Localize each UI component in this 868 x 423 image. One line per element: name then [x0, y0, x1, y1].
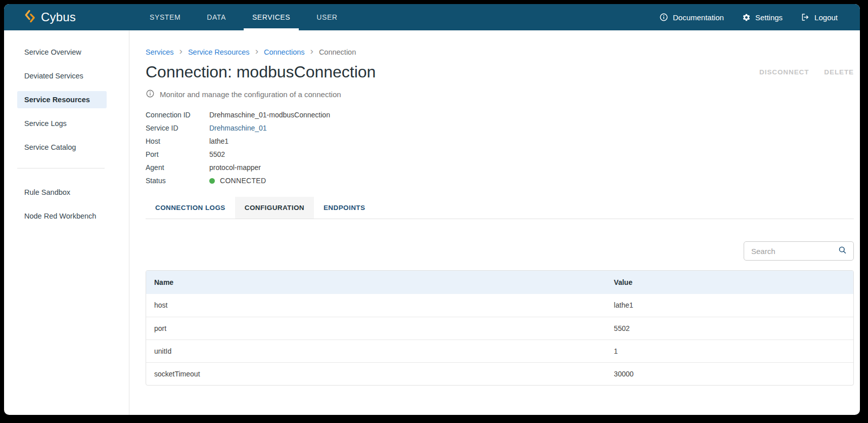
detail-value: 5502 [209, 150, 225, 158]
sidebar-item-node-red-workbench[interactable]: Node Red Workbench [17, 207, 107, 225]
detail-row-connection-id: Connection ID Drehmaschine_01-modbusConn… [146, 108, 854, 121]
detail-value: Drehmaschine_01-modbusConnection [209, 111, 330, 119]
detail-value: lathe1 [209, 137, 229, 145]
detail-row-agent: Agent protocol-mapper [146, 161, 854, 174]
cell-name: port [146, 317, 606, 340]
search-input[interactable] [751, 247, 838, 256]
column-header-value: Value [606, 271, 853, 294]
gear-icon [742, 13, 751, 22]
detail-label: Agent [146, 163, 209, 172]
settings-button[interactable]: Settings [742, 13, 783, 22]
tab-configuration[interactable]: CONFIGURATION [235, 197, 314, 219]
breadcrumb-link-services[interactable]: Services [146, 48, 174, 56]
logout-label: Logout [814, 13, 838, 22]
chevron-right-icon: › [179, 48, 182, 56]
tab-endpoints[interactable]: ENDPOINTS [314, 197, 375, 219]
connection-details: Connection ID Drehmaschine_01-modbusConn… [146, 108, 854, 187]
detail-row-service-id: Service ID Drehmaschine_01 [146, 121, 854, 135]
page-subtitle: Monitor and manage the configuration of … [146, 89, 854, 100]
detail-label: Status [146, 177, 209, 185]
search-button[interactable] [838, 245, 847, 257]
status-dot [209, 178, 215, 184]
detail-row-port: Port 5502 [146, 148, 854, 161]
status-badge: CONNECTED [209, 177, 266, 185]
main-nav: SYSTEM DATA SERVICES USER [136, 4, 351, 30]
detail-label: Host [146, 137, 209, 145]
documentation-label: Documentation [673, 13, 724, 22]
disconnect-button[interactable]: DISCONNECT [759, 68, 809, 76]
table-row: unitId 1 [146, 340, 853, 362]
top-navbar: Cybus SYSTEM DATA SERVICES USER Document… [4, 4, 860, 30]
page-subtitle-text: Monitor and manage the configuration of … [160, 90, 341, 99]
logout-icon [801, 13, 810, 22]
nav-tab-data[interactable]: DATA [194, 4, 239, 30]
info-icon [659, 13, 668, 22]
sidebar-item-deviated-services[interactable]: Deviated Services [17, 67, 107, 84]
detail-label: Service ID [146, 124, 209, 132]
search-box [744, 241, 854, 261]
logout-button[interactable]: Logout [801, 13, 838, 22]
breadcrumb-current: Connection [319, 48, 356, 56]
cell-name: socketTimeout [146, 362, 606, 385]
sidebar-item-service-overview[interactable]: Service Overview [17, 44, 107, 61]
page-actions: DISCONNECT DELETE [759, 68, 854, 76]
table-row: host lathe1 [146, 294, 853, 317]
cell-value: 5502 [606, 317, 853, 340]
info-icon [146, 89, 155, 100]
cell-value: 1 [606, 340, 853, 362]
column-header-name: Name [146, 271, 606, 294]
detail-label: Port [146, 150, 209, 158]
table-row: port 5502 [146, 317, 853, 340]
sidebar-item-service-resources[interactable]: Service Resources [17, 91, 107, 108]
status-text: CONNECTED [220, 177, 266, 185]
nav-tab-services[interactable]: SERVICES [239, 4, 303, 30]
sidebar-item-service-catalog[interactable]: Service Catalog [17, 139, 107, 156]
cell-value: 30000 [606, 362, 853, 385]
content-shell: Service Overview Deviated Services Servi… [4, 30, 860, 415]
detail-label: Connection ID [146, 111, 209, 119]
breadcrumb-link-connections[interactable]: Connections [264, 48, 305, 56]
sidebar-item-rule-sandbox[interactable]: Rule Sandbox [17, 184, 107, 201]
tab-connection-logs[interactable]: CONNECTION LOGS [146, 197, 235, 219]
sidebar: Service Overview Deviated Services Servi… [4, 30, 129, 415]
search-icon [838, 245, 847, 257]
detail-row-host: Host lathe1 [146, 135, 854, 148]
detail-row-status: Status CONNECTED [146, 174, 854, 187]
cell-name: unitId [146, 340, 606, 362]
cell-name: host [146, 294, 606, 317]
cybus-logo-icon [24, 10, 36, 25]
nav-tab-system[interactable]: SYSTEM [136, 4, 194, 30]
documentation-button[interactable]: Documentation [659, 13, 724, 22]
app-window: Cybus SYSTEM DATA SERVICES USER Document… [4, 4, 860, 415]
sidebar-item-service-logs[interactable]: Service Logs [17, 115, 107, 132]
brand-name: Cybus [41, 10, 76, 24]
table-toolbar [146, 241, 854, 261]
cell-value: lathe1 [606, 294, 853, 317]
page-header: Connection: modbusConnection DISCONNECT … [146, 63, 854, 81]
configuration-table: Name Value host lathe1 port 5502 [146, 270, 854, 386]
chevron-right-icon: › [255, 48, 258, 56]
nav-tab-user[interactable]: USER [303, 4, 350, 30]
sidebar-divider [17, 168, 105, 168]
brand-logo[interactable]: Cybus [24, 4, 76, 30]
detail-value: protocol-mapper [209, 163, 261, 172]
chevron-right-icon: › [310, 48, 313, 56]
breadcrumb-link-service-resources[interactable]: Service Resources [188, 48, 250, 56]
main-content: Services › Service Resources › Connectio… [129, 30, 860, 415]
navbar-actions: Documentation Settings L [659, 4, 838, 30]
breadcrumb: Services › Service Resources › Connectio… [146, 48, 854, 56]
delete-button[interactable]: DELETE [824, 68, 854, 76]
table-row: socketTimeout 30000 [146, 362, 853, 385]
page-title: Connection: modbusConnection [146, 63, 376, 81]
settings-label: Settings [755, 13, 783, 22]
service-id-link[interactable]: Drehmaschine_01 [209, 124, 267, 132]
table-header-row: Name Value [146, 271, 853, 294]
detail-tabs: CONNECTION LOGS CONFIGURATION ENDPOINTS [146, 197, 854, 219]
